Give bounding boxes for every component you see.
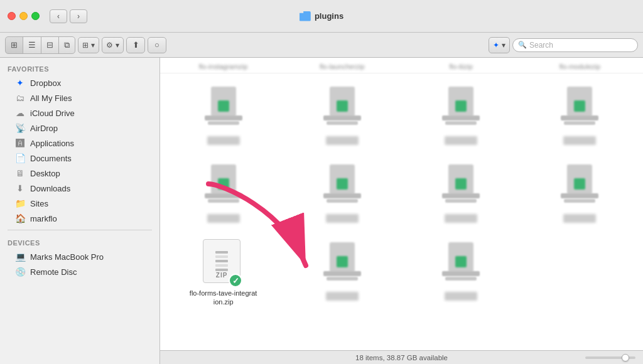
plugin-icon-shape: [439, 87, 483, 131]
sidebar-label-documents: Documents: [30, 154, 72, 163]
sidebar-label-all-my-files: All My Files: [30, 94, 72, 103]
plugin-icon-shape: [202, 87, 246, 131]
zoom-slider[interactable]: [585, 356, 635, 359]
top-file-1: flo-instagramzip: [165, 60, 281, 73]
list-item[interactable]: flo-forms-x: [403, 78, 519, 154]
coverflow-view-button[interactable]: ⧉: [59, 37, 75, 53]
sidebar-item-remote-disc[interactable]: 💿 Remote Disc: [3, 264, 157, 279]
traffic-lights: [8, 12, 40, 20]
file-name: flo-forms-x: [326, 292, 359, 301]
view-buttons-group: ⊞ ☰ ⊟ ⧉: [5, 36, 75, 54]
tag-button[interactable]: ○: [148, 37, 166, 53]
sidebar-label-applications: Applications: [30, 139, 74, 148]
file-name: flo-forms-x: [207, 214, 240, 223]
plugin-icon-shape: [439, 164, 483, 208]
maximize-button[interactable]: [31, 12, 40, 20]
icon-size-icon: ⊞: [82, 41, 89, 50]
list-item[interactable]: flo-forms-x: [284, 156, 400, 232]
zip-file-item[interactable]: ZIP ✓ flo-forms-tave-integration.zip: [165, 234, 281, 312]
plugin-icon-shape: [558, 164, 602, 208]
sidebar-label-airdrop: AirDrop: [30, 124, 58, 133]
top-file-2: flo-launcherzip: [284, 60, 400, 73]
status-text: 18 items, 38.87 GB available: [355, 354, 448, 361]
list-item[interactable]: flo-forms-x: [522, 78, 638, 154]
sidebar-item-icloud-drive[interactable]: ☁ iCloud Drive: [3, 105, 157, 120]
share-button[interactable]: ⬆: [126, 37, 145, 53]
file-name: flo-forms-x: [326, 136, 359, 145]
file-name: flo-forms-x: [207, 136, 240, 145]
dropbox-button[interactable]: ✦ ▾: [489, 37, 510, 53]
zip-icon: ZIP ✓: [203, 239, 244, 286]
zip-stripe: [215, 264, 228, 267]
zip-stripe: [215, 269, 228, 271]
sidebar-item-macbook[interactable]: 💻 Marks MacBook Pro: [3, 249, 157, 264]
list-item[interactable]: flo-forms-x: [403, 156, 519, 232]
minimize-button[interactable]: [19, 12, 28, 20]
file-name: flo-forms-x: [445, 214, 477, 223]
sites-icon: 📁: [15, 198, 25, 208]
action-dropdown[interactable]: ⚙ ▾: [102, 37, 124, 53]
slider-thumb: [622, 354, 629, 361]
list-item[interactable]: flo-forms-x: [284, 234, 400, 312]
file-icon: [436, 83, 486, 134]
file-icon: [317, 83, 367, 134]
list-item[interactable]: flo-forms-x: [165, 78, 281, 154]
search-bar[interactable]: 🔍 Search: [512, 38, 638, 52]
forward-button[interactable]: ›: [70, 9, 87, 23]
sidebar-label-desktop: Desktop: [30, 169, 60, 178]
status-bar: 18 items, 38.87 GB available: [160, 350, 643, 364]
sidebar-label-icloud: iCloud Drive: [30, 109, 75, 118]
list-item[interactable]: flo-forms-x: [165, 156, 281, 232]
zip-stripe: [215, 251, 228, 254]
icon-view-button[interactable]: ⊞: [6, 37, 23, 53]
cloud-icon: ☁: [15, 108, 25, 118]
file-name: flo-forms-x: [445, 292, 477, 301]
airdrop-icon: 📡: [15, 123, 25, 133]
icon-size-dropdown[interactable]: ⊞ ▾: [78, 37, 99, 53]
laptop-icon: 💻: [15, 252, 25, 262]
window-title: plugins: [300, 11, 343, 21]
list-item[interactable]: flo-forms-x: [522, 156, 638, 232]
zip-stripes: [215, 251, 228, 271]
list-item[interactable]: flo-forms-x: [403, 234, 519, 312]
slider-track: [585, 356, 635, 359]
search-icon: 🔍: [518, 41, 527, 49]
sidebar-item-downloads[interactable]: ⬇ Downloads: [3, 181, 157, 196]
sidebar-item-dropbox[interactable]: ✦ Dropbox: [3, 75, 157, 90]
file-icon: [317, 161, 367, 211]
close-button[interactable]: [8, 12, 16, 20]
list-view-button[interactable]: ☰: [23, 37, 41, 53]
dropdown-arrow: ▾: [91, 41, 95, 50]
title-text: plugins: [315, 11, 343, 21]
file-name: flo-forms-x: [563, 214, 596, 223]
search-placeholder: Search: [529, 41, 553, 50]
plugin-icon-shape: [320, 242, 364, 286]
file-icon: [554, 83, 605, 134]
file-icon: [198, 83, 249, 134]
plugin-icon-shape: [320, 87, 364, 131]
sidebar-label-macbook: Marks MacBook Pro: [30, 252, 104, 262]
sidebar-item-applications[interactable]: 🅰 Applications: [3, 136, 157, 151]
sidebar-label-remote-disc: Remote Disc: [30, 267, 77, 277]
file-name: flo-forms-x: [445, 136, 477, 145]
sidebar-item-documents[interactable]: 📄 Documents: [3, 151, 157, 166]
list-item[interactable]: flo-forms-x: [284, 78, 400, 154]
applications-icon: 🅰: [15, 138, 25, 148]
zip-label: ZIP: [216, 272, 228, 279]
files-icon: 🗂: [15, 93, 25, 103]
dropbox-icon: ✦: [493, 41, 499, 50]
sidebar-item-sites[interactable]: 📁 Sites: [3, 196, 157, 211]
zip-stripe: [215, 255, 228, 258]
back-button[interactable]: ‹: [50, 9, 67, 23]
sidebar-label-sites: Sites: [30, 199, 48, 208]
sidebar-item-airdrop[interactable]: 📡 AirDrop: [3, 120, 157, 136]
sidebar-item-all-my-files[interactable]: 🗂 All My Files: [3, 90, 157, 105]
column-view-button[interactable]: ⊟: [41, 37, 59, 53]
downloads-icon: ⬇: [15, 183, 25, 193]
sidebar-item-desktop[interactable]: 🖥 Desktop: [3, 166, 157, 181]
sidebar-item-markflo[interactable]: 🏠 markflo: [3, 211, 157, 226]
plugin-icon-shape: [558, 87, 602, 131]
devices-header: Devices: [0, 234, 159, 249]
sidebar: Favorites ✦ Dropbox 🗂 All My Files ☁ iCl…: [0, 58, 160, 364]
toolbar: ⊞ ☰ ⊟ ⧉ ⊞ ▾ ⚙ ▾ ⬆ ○ ✦ ▾ 🔍 Search: [0, 33, 643, 58]
